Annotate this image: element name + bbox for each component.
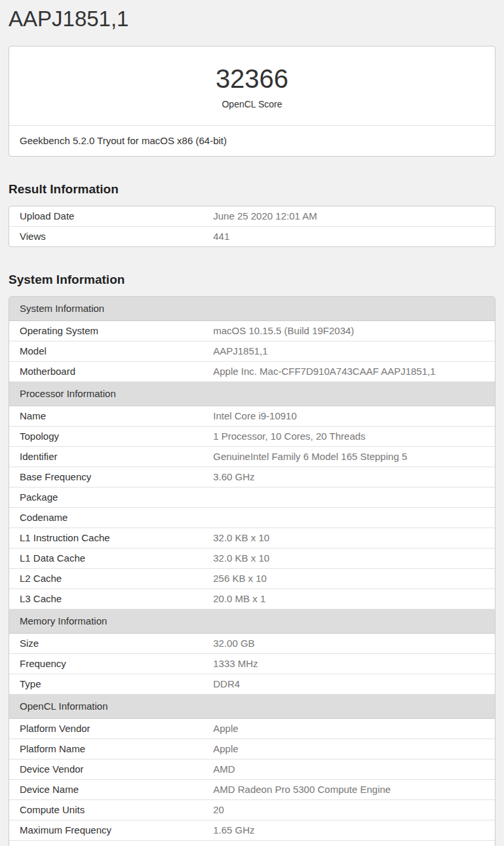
row-value: 3.60 GHz bbox=[213, 467, 495, 487]
table-row: Operating SystemmacOS 10.15.5 (Build 19F… bbox=[9, 321, 495, 341]
row-value: GenuineIntel Family 6 Model 165 Stepping… bbox=[213, 447, 495, 467]
benchmark-version-note: Geekbench 5.2.0 Tryout for macOS x86 (64… bbox=[9, 125, 495, 156]
row-value: 441 bbox=[213, 227, 495, 246]
row-label: Topology bbox=[9, 427, 213, 446]
row-label: Model bbox=[9, 341, 213, 361]
row-value bbox=[213, 488, 495, 507]
row-value: 20 bbox=[213, 800, 495, 820]
row-value: Intel Core i9-10910 bbox=[213, 406, 495, 426]
table-row: L1 Instruction Cache32.0 KB x 10 bbox=[9, 528, 495, 548]
row-value: AMD bbox=[213, 759, 495, 779]
table-row: Maximum Frequency1.65 GHz bbox=[9, 820, 495, 841]
row-label: Size bbox=[9, 634, 213, 653]
score-summary: 32366 OpenCL Score bbox=[9, 47, 495, 125]
row-label: Platform Name bbox=[9, 739, 213, 759]
row-label: L1 Instruction Cache bbox=[9, 528, 213, 548]
row-label: L1 Data Cache bbox=[9, 548, 213, 568]
table-section-header: Memory Information bbox=[9, 609, 495, 634]
row-value: macOS 10.15.5 (Build 19F2034) bbox=[213, 321, 495, 341]
row-value bbox=[213, 508, 495, 528]
table-row: Platform NameApple bbox=[9, 739, 495, 759]
row-label: Views bbox=[9, 227, 213, 246]
row-value: June 25 2020 12:01 AM bbox=[213, 206, 495, 226]
opencl-score-value: 32366 bbox=[9, 64, 495, 93]
row-label: L2 Cache bbox=[9, 569, 213, 588]
row-label: Frequency bbox=[9, 654, 213, 674]
table-row: Package bbox=[9, 488, 495, 508]
row-value: 32.0 KB x 10 bbox=[213, 548, 495, 568]
row-value: 3.98 GB bbox=[213, 841, 495, 846]
table-row: Upload DateJune 25 2020 12:01 AM bbox=[9, 206, 495, 227]
table-row: Device NameAMD Radeon Pro 5300 Compute E… bbox=[9, 780, 495, 800]
row-value: 1 Processor, 10 Cores, 20 Threads bbox=[213, 427, 495, 446]
table-row: IdentifierGenuineIntel Family 6 Model 16… bbox=[9, 447, 495, 467]
system-information-table: System InformationOperating SystemmacOS … bbox=[9, 296, 495, 846]
table-row: Codename bbox=[9, 508, 495, 528]
row-value: 32.0 KB x 10 bbox=[213, 528, 495, 548]
table-row: Platform VendorApple bbox=[9, 719, 495, 739]
row-value: Apple bbox=[213, 719, 495, 739]
row-value: 1333 MHz bbox=[213, 654, 495, 674]
table-row: Views441 bbox=[9, 227, 495, 246]
row-label: Identifier bbox=[9, 447, 213, 467]
result-information-heading: Result Information bbox=[9, 157, 495, 206]
row-label: Device Name bbox=[9, 780, 213, 799]
table-row: NameIntel Core i9-10910 bbox=[9, 406, 495, 427]
row-label: Device Vendor bbox=[9, 759, 213, 779]
row-label: Name bbox=[9, 406, 213, 426]
row-label: Codename bbox=[9, 508, 213, 528]
row-label: Motherboard bbox=[9, 362, 213, 381]
table-row: ModelAAPJ1851,1 bbox=[9, 341, 495, 362]
table-row: L1 Data Cache32.0 KB x 10 bbox=[9, 548, 495, 569]
row-label: Upload Date bbox=[9, 206, 213, 226]
table-row: L3 Cache20.0 MB x 1 bbox=[9, 589, 495, 609]
table-row: Base Frequency3.60 GHz bbox=[9, 467, 495, 488]
row-label: Package bbox=[9, 488, 213, 507]
row-value: 256 KB x 10 bbox=[213, 569, 495, 588]
table-row: Compute Units20 bbox=[9, 800, 495, 820]
table-section-header: System Information bbox=[9, 297, 495, 321]
table-row: Size32.00 GB bbox=[9, 634, 495, 654]
row-label: Device Memory bbox=[9, 841, 213, 846]
table-row: TypeDDR4 bbox=[9, 674, 495, 695]
score-card: 32366 OpenCL Score Geekbench 5.2.0 Tryou… bbox=[9, 46, 495, 157]
page-title: AAPJ1851,1 bbox=[9, 0, 495, 32]
row-label: Compute Units bbox=[9, 800, 213, 820]
system-information-heading: System Information bbox=[9, 247, 495, 296]
result-page: AAPJ1851,1 32366 OpenCL Score Geekbench … bbox=[0, 0, 504, 846]
row-value: DDR4 bbox=[213, 674, 495, 694]
row-label: Maximum Frequency bbox=[9, 820, 213, 840]
row-label: L3 Cache bbox=[9, 589, 213, 609]
table-section-header: OpenCL Information bbox=[9, 695, 495, 719]
table-row: Device VendorAMD bbox=[9, 759, 495, 780]
row-label: Platform Vendor bbox=[9, 719, 213, 739]
row-label: Base Frequency bbox=[9, 467, 213, 487]
table-row: Device Memory3.98 GB bbox=[9, 841, 495, 846]
row-label: Type bbox=[9, 674, 213, 694]
row-value: 1.65 GHz bbox=[213, 820, 495, 840]
result-information-table: Upload DateJune 25 2020 12:01 AMViews441 bbox=[9, 206, 495, 247]
row-value: AAPJ1851,1 bbox=[213, 341, 495, 361]
table-row: Frequency1333 MHz bbox=[9, 654, 495, 674]
row-value: 32.00 GB bbox=[213, 634, 495, 653]
table-row: Topology1 Processor, 10 Cores, 20 Thread… bbox=[9, 427, 495, 447]
row-value: Apple bbox=[213, 739, 495, 759]
table-row: MotherboardApple Inc. Mac-CFF7D910A743CA… bbox=[9, 362, 495, 382]
row-value: AMD Radeon Pro 5300 Compute Engine bbox=[213, 780, 495, 799]
opencl-score-label: OpenCL Score bbox=[9, 99, 495, 110]
row-value: Apple Inc. Mac-CFF7D910A743CAAF AAPJ1851… bbox=[213, 362, 495, 381]
row-label: Operating System bbox=[9, 321, 213, 341]
table-section-header: Processor Information bbox=[9, 382, 495, 406]
table-row: L2 Cache256 KB x 10 bbox=[9, 569, 495, 589]
row-value: 20.0 MB x 1 bbox=[213, 589, 495, 609]
